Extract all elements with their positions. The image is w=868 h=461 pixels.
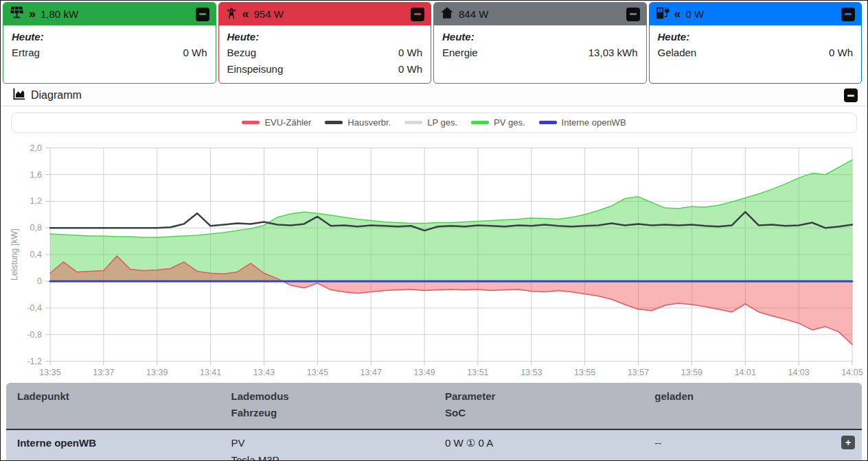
bezug-label: Bezug xyxy=(227,45,257,61)
card-evu-collapse-button[interactable] xyxy=(411,8,424,21)
legend-label: PV ges. xyxy=(494,117,525,128)
svg-text:13:35: 13:35 xyxy=(39,367,60,377)
card-house-body: Heute: Energie13,03 kWh xyxy=(434,25,646,67)
svg-text:13:49: 13:49 xyxy=(413,367,435,377)
minus-icon xyxy=(630,13,637,15)
svg-text:0,4: 0,4 xyxy=(30,250,42,259)
legend-label: Hausverbr. xyxy=(347,117,391,128)
diagram-collapse-button[interactable] xyxy=(844,88,858,102)
svg-text:-1,2: -1,2 xyxy=(27,356,42,366)
svg-text:13:43: 13:43 xyxy=(253,367,275,377)
bezug-value: 0 Wh xyxy=(398,45,422,61)
svg-text:14:03: 14:03 xyxy=(788,367,809,377)
svg-text:Leistung [kW]: Leistung [kW] xyxy=(10,228,19,281)
legend-item-1[interactable]: Hausverbr. xyxy=(325,117,391,128)
geladen-value: 0 Wh xyxy=(829,45,853,61)
einspeisung-label: Einspeisung xyxy=(227,61,284,78)
legend-item-4[interactable]: Interne openWB xyxy=(539,117,626,128)
charge-power-value: 0 W xyxy=(686,8,705,20)
legend-swatch xyxy=(471,121,489,124)
svg-text:-0,8: -0,8 xyxy=(27,329,42,339)
header-parameter: Parameter xyxy=(445,388,643,405)
card-evu-header: « 954 W xyxy=(219,3,431,25)
card-house: 844 W Heute: Energie13,03 kWh xyxy=(433,2,647,84)
minus-icon xyxy=(845,13,852,15)
chargepoint-name: Interne openWB xyxy=(6,435,220,461)
chargepoint-table: Ladepunkt Lademodus Fahrzeug Parameter S… xyxy=(6,383,862,461)
legend-item-0[interactable]: EVU-Zähler xyxy=(242,117,311,128)
legend-item-2[interactable]: LP ges. xyxy=(404,117,457,128)
vehicle-name: Tesla M3P xyxy=(231,452,435,461)
legend-swatch xyxy=(539,121,557,124)
geladen-label: Geladen xyxy=(658,45,697,61)
charging-station-icon xyxy=(656,6,670,23)
chart-legend: EVU-ZählerHausverbr.LP ges.PV ges.Intern… xyxy=(11,113,857,133)
header-lademodus-fahrzeug: Lademodus Fahrzeug xyxy=(220,388,435,423)
table-row-interne-openwb: Interne openWB PV Tesla M3P 0 W ① 0 A --… xyxy=(6,429,862,461)
svg-text:13:45: 13:45 xyxy=(307,367,328,377)
energie-value: 13,03 kWh xyxy=(589,45,638,61)
card-chargepoint-body: Heute: Geladen0 Wh xyxy=(650,25,862,67)
charge-mode: PV xyxy=(231,435,435,452)
svg-text:13:39: 13:39 xyxy=(146,367,168,377)
row-expand-button[interactable]: + xyxy=(841,436,855,449)
parameter-cell: 0 W ① 0 A xyxy=(434,435,643,461)
header-ladepunkt: Ladepunkt xyxy=(6,388,220,423)
solar-panel-icon xyxy=(10,6,24,22)
svg-text:13:59: 13:59 xyxy=(681,367,703,377)
ertrag-label: Ertrag xyxy=(12,45,40,61)
energie-label: Energie xyxy=(442,45,478,61)
legend-swatch xyxy=(325,121,343,124)
svg-text:0: 0 xyxy=(37,276,42,286)
header-parameter-soc: Parameter SoC xyxy=(434,388,643,423)
today-label: Heute: xyxy=(442,29,638,45)
area-chart-icon xyxy=(12,87,25,104)
ertrag-value: 0 Wh xyxy=(183,45,207,61)
svg-text:13:53: 13:53 xyxy=(521,367,542,377)
minus-icon xyxy=(199,13,206,15)
pv-power-value: 1,80 kW xyxy=(41,8,78,20)
legend-label: LP ges. xyxy=(427,117,457,128)
svg-text:2,0: 2,0 xyxy=(30,143,42,152)
card-chargepoint-collapse-button[interactable] xyxy=(841,8,855,21)
today-label: Heute: xyxy=(658,29,854,45)
svg-text:13:57: 13:57 xyxy=(628,367,649,377)
evu-power-value: 954 W xyxy=(254,8,284,20)
header-fahrzeug: Fahrzeug xyxy=(231,405,435,422)
card-house-header: 844 W xyxy=(434,3,646,25)
chargepoint-table-header: Ladepunkt Lademodus Fahrzeug Parameter S… xyxy=(6,383,862,429)
house-icon xyxy=(440,6,454,22)
minus-icon xyxy=(847,95,854,97)
current-value: 0 A xyxy=(478,437,493,449)
svg-text:1,6: 1,6 xyxy=(30,169,42,179)
power-value: 0 W xyxy=(445,437,464,449)
legend-label: Interne openWB xyxy=(562,117,626,128)
card-pv-collapse-button[interactable] xyxy=(196,8,209,21)
svg-text:1,2: 1,2 xyxy=(30,196,42,206)
svg-text:-0,4: -0,4 xyxy=(27,303,42,313)
card-pv: » 1,80 kW Heute: Ertrag0 Wh xyxy=(3,2,216,84)
card-chargepoint: « 0 W Heute: Geladen0 Wh xyxy=(649,2,863,84)
minus-icon xyxy=(414,13,421,15)
phase-count-icon: ① xyxy=(466,437,475,449)
export-direction-icon: » xyxy=(29,8,36,20)
openwb-dashboard: » 1,80 kW Heute: Ertrag0 Wh « 954 W Heut… xyxy=(0,0,868,461)
card-evu: « 954 W Heute: Bezug0 Wh Einspeisung0 Wh xyxy=(218,2,432,84)
card-house-collapse-button[interactable] xyxy=(626,8,640,21)
card-evu-body: Heute: Bezug0 Wh Einspeisung0 Wh xyxy=(219,25,431,83)
svg-text:13:41: 13:41 xyxy=(200,367,221,377)
svg-text:14:01: 14:01 xyxy=(735,367,756,377)
power-chart: -1,2-0,8-0,400,40,81,21,62,013:3513:3713… xyxy=(1,134,868,379)
mode-vehicle-cell: PV Tesla M3P xyxy=(220,435,435,461)
header-soc: SoC xyxy=(445,405,643,422)
svg-text:13:51: 13:51 xyxy=(467,367,488,377)
card-chargepoint-header: « 0 W xyxy=(650,3,862,25)
card-pv-body: Heute: Ertrag0 Wh xyxy=(3,25,216,67)
header-geladen: geladen xyxy=(643,388,862,423)
svg-text:13:47: 13:47 xyxy=(361,367,382,377)
import-direction-icon: « xyxy=(242,8,249,20)
charge-direction-icon: « xyxy=(674,8,681,20)
svg-text:0,8: 0,8 xyxy=(30,223,42,233)
svg-text:14:05: 14:05 xyxy=(841,367,863,377)
legend-item-3[interactable]: PV ges. xyxy=(471,117,525,128)
